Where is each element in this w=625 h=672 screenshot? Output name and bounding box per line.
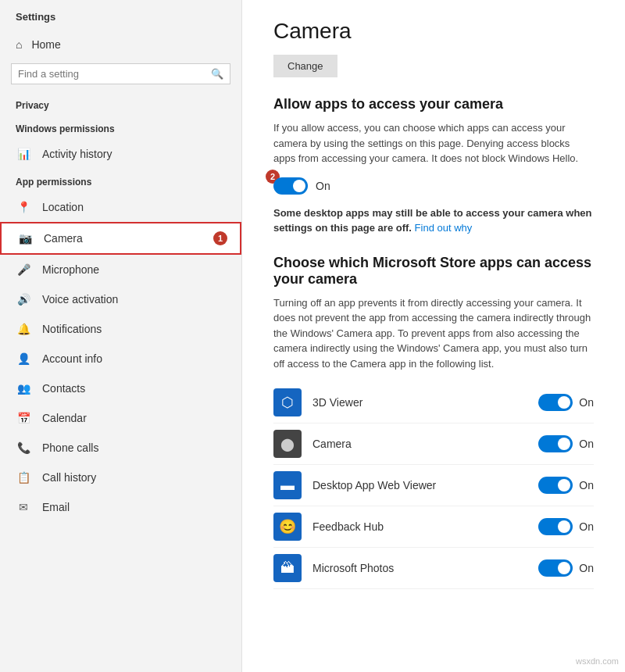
- sidebar-item-label: Phone calls: [42, 441, 98, 454]
- app-item-feedback-hub: 😊 Feedback Hub On: [273, 506, 594, 548]
- 3d-viewer-toggle-label: On: [579, 396, 594, 409]
- camera-toggle-label: On: [579, 438, 594, 450]
- 3d-viewer-icon: ⬡: [273, 388, 302, 416]
- search-box: 🔍: [11, 63, 230, 84]
- microsoft-photos-toggle-row: On: [538, 559, 594, 577]
- choose-section-heading: Choose which Microsoft Store apps can ac…: [273, 255, 594, 288]
- desktop-web-viewer-toggle-row: On: [538, 477, 594, 494]
- callhistory-icon: [16, 470, 31, 484]
- allow-toggle-label: On: [316, 180, 330, 192]
- sidebar-item-label: Account info: [42, 352, 102, 365]
- app-title: Settings: [0, 0, 241, 30]
- app-name-feedback-hub: Feedback Hub: [312, 520, 538, 533]
- sidebar-item-label: Activity history: [42, 148, 112, 160]
- note-text: Some desktop apps may still be able to a…: [273, 206, 594, 236]
- sidebar-item-label: Location: [42, 201, 84, 213]
- search-icon: 🔍: [211, 68, 223, 80]
- choose-description: Turning off an app prevents it from dire…: [273, 295, 594, 372]
- sidebar-item-account-info[interactable]: Account info: [0, 344, 241, 374]
- sidebar-item-calendar[interactable]: Calendar: [0, 403, 241, 433]
- page-title: Camera: [273, 19, 594, 44]
- feedback-hub-toggle-row: On: [538, 518, 594, 535]
- main-content: Camera Change Allow apps to access your …: [242, 0, 625, 672]
- sidebar-item-phone-calls[interactable]: Phone calls: [0, 433, 241, 463]
- sidebar-item-notifications[interactable]: Notifications: [0, 314, 241, 344]
- camera-toggle-row: On: [538, 435, 594, 452]
- feedback-hub-toggle-label: On: [579, 520, 594, 533]
- sidebar-item-label: Microphone: [42, 263, 99, 276]
- microsoft-photos-toggle[interactable]: [538, 559, 573, 577]
- calendar-icon: [16, 411, 31, 425]
- search-input[interactable]: [18, 68, 211, 80]
- sidebar-item-label: Call history: [42, 471, 96, 484]
- camera-toggle[interactable]: [538, 435, 573, 452]
- sidebar-item-location[interactable]: Location: [0, 192, 241, 222]
- allow-toggle-row: 2 On: [273, 177, 594, 195]
- location-icon: [16, 200, 31, 214]
- feedback-hub-icon: 😊: [273, 513, 302, 541]
- feedback-hub-toggle[interactable]: [538, 518, 573, 535]
- voice-icon: [16, 292, 31, 306]
- home-nav-item[interactable]: ⌂ Home: [0, 30, 241, 59]
- privacy-section-label: Privacy: [0, 92, 241, 116]
- sidebar-item-label: Notifications: [42, 323, 102, 335]
- desktop-web-viewer-toggle[interactable]: [538, 477, 573, 494]
- allow-toggle[interactable]: [273, 177, 308, 195]
- sidebar-item-label: Camera: [44, 232, 83, 245]
- sidebar-item-label: Email: [42, 501, 70, 513]
- find-out-why-link[interactable]: Find out why: [415, 222, 473, 234]
- desktop-web-viewer-toggle-label: On: [579, 479, 594, 491]
- sidebar-item-voice-activation[interactable]: Voice activation: [0, 284, 241, 314]
- app-permissions-label: App permissions: [0, 169, 241, 192]
- app-name-3d-viewer: 3D Viewer: [312, 396, 538, 409]
- email-icon: [16, 500, 31, 514]
- camera-icon: [17, 231, 33, 245]
- app-item-camera: ⬤ Camera On: [273, 424, 594, 465]
- sidebar-item-label: Voice activation: [42, 293, 118, 306]
- home-label: Home: [31, 38, 60, 51]
- sidebar-item-activity-history[interactable]: Activity history: [0, 139, 241, 169]
- allow-section-heading: Allow apps to access your camera: [273, 96, 594, 113]
- sidebar-item-call-history[interactable]: Call history: [0, 463, 241, 492]
- home-icon: ⌂: [16, 38, 22, 51]
- camera-app-icon: ⬤: [273, 430, 302, 458]
- 3d-viewer-toggle[interactable]: [538, 394, 573, 411]
- sidebar-item-email[interactable]: Email: [0, 492, 241, 522]
- microsoft-photos-icon: 🏔: [273, 554, 302, 582]
- phone-icon: [16, 441, 31, 455]
- change-button[interactable]: Change: [273, 55, 338, 77]
- app-item-desktop-web-viewer: ▬ Desktop App Web Viewer On: [273, 465, 594, 506]
- 3d-viewer-toggle-row: On: [538, 394, 594, 411]
- app-name-camera: Camera: [312, 438, 538, 450]
- windows-permissions-label: Windows permissions: [0, 116, 241, 139]
- camera-badge: 1: [213, 231, 227, 245]
- allow-description: If you allow access, you can choose whic…: [273, 120, 594, 166]
- sidebar-item-label: Contacts: [42, 382, 85, 395]
- sidebar-item-camera[interactable]: Camera 1: [0, 222, 241, 255]
- microsoft-photos-toggle-label: On: [579, 562, 594, 574]
- account-icon: [16, 352, 31, 366]
- contacts-icon: [16, 381, 31, 395]
- app-list: ⬡ 3D Viewer On ⬤ Camera On ▬ Desktop App…: [273, 382, 594, 589]
- sidebar-item-label: Calendar: [42, 412, 87, 424]
- sidebar: Settings ⌂ Home 🔍 Privacy Windows permis…: [0, 0, 242, 672]
- watermark: wsxdn.com: [576, 656, 619, 666]
- app-name-desktop-web-viewer: Desktop App Web Viewer: [312, 479, 538, 491]
- app-item-microsoft-photos: 🏔 Microsoft Photos On: [273, 548, 594, 589]
- notifications-icon: [16, 322, 31, 336]
- sidebar-item-microphone[interactable]: Microphone: [0, 255, 241, 284]
- desktop-web-viewer-icon: ▬: [273, 471, 302, 499]
- app-name-microsoft-photos: Microsoft Photos: [312, 562, 538, 574]
- app-item-3d-viewer: ⬡ 3D Viewer On: [273, 382, 594, 424]
- activity-icon: [16, 147, 31, 161]
- microphone-icon: [16, 263, 31, 277]
- sidebar-item-contacts[interactable]: Contacts: [0, 374, 241, 403]
